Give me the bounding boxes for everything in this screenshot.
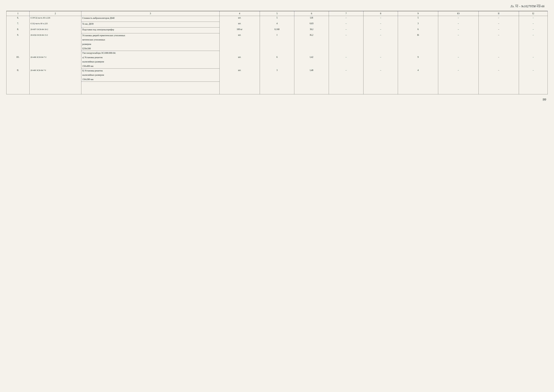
row-7-ref: ССЦ часть III п.225 (29, 22, 81, 28)
row-10-desc-3: 150x490 мм (81, 64, 219, 68)
row-8-desc: Подставки под электрокалорифер (81, 28, 219, 32)
main-table: I 2 3 4 5 6 7 8 9 IO II I2 6. ССРСЦ част… (6, 11, 548, 94)
row-7-col10: – (438, 22, 478, 28)
row-8-col11: – (478, 28, 519, 33)
row-9-col5: I (260, 33, 294, 51)
row-11-unit: шт. (219, 68, 260, 82)
row-6-num: 6. (7, 16, 29, 22)
row-10-col7: – (329, 55, 363, 68)
col-header-8: 8 (363, 11, 398, 16)
col-header-9: 9 (398, 11, 438, 16)
row-6-col10: – (438, 16, 478, 22)
row-10-col11: – (478, 55, 519, 68)
row-10-col10: – (438, 55, 478, 68)
row-8-col12: – (519, 28, 547, 33)
col-header-3: 3 (81, 11, 219, 16)
empty-row-2 (7, 88, 548, 94)
row-7-col8: – (363, 22, 398, 28)
row-6-col8: – (363, 16, 398, 22)
air-intake-header: Узел воздухозабора ЗСI.000.000-04: (81, 51, 219, 55)
row-7-col12: – (519, 22, 547, 28)
row-9-desc-2: метических утепленных (81, 38, 219, 42)
col-header-12: I2 (519, 11, 547, 16)
row-9-col10: – (438, 33, 478, 51)
row-8-col7: – (329, 28, 363, 33)
row-10-col6: I,42 (294, 55, 329, 68)
row-6-col12: – (519, 16, 547, 22)
row-7-col7: – (329, 22, 363, 28)
row-7-desc: То же, Д039 (81, 22, 219, 26)
row-9-col8: – (363, 33, 398, 51)
row-9-col6: I6,2 (294, 33, 329, 51)
row-11-col9: 4 (398, 68, 438, 82)
row-10-col5: 6 (260, 55, 294, 68)
row-8-ref: 20-697 ОСН-84 18-2 (29, 28, 81, 33)
table-row: II. 20-40I ЗСН-84 7-I б) Установка решет… (7, 68, 548, 73)
row-6-col5: 5 (260, 16, 294, 22)
row-11-col10: – (438, 68, 478, 82)
table-row: 8. 20-697 ОСН-84 18-2 Подставки под элек… (7, 28, 548, 32)
row-11-col6: I,48 (294, 68, 329, 82)
row-11-desc-1: б) Установка решеток (81, 68, 219, 73)
row-6-col6: I,0I (294, 16, 329, 22)
row-9-desc-1: Установка дверей герметических утепленны… (81, 33, 219, 38)
row-11-col7: – (329, 68, 363, 82)
row-9-num: 9. (7, 33, 29, 51)
row-9-col12: – (519, 33, 547, 51)
table-row: IO. 20-400 ЗСН-84 7-I а) Установка решет… (7, 55, 548, 60)
col-header-5: 5 (260, 11, 294, 16)
row-6-desc: Стоимость виброизоляторов Д040 (81, 16, 219, 20)
row-6-col9: 5 (398, 16, 438, 22)
row-11-num: II. (7, 68, 29, 82)
col-header-6: 6 (294, 11, 329, 16)
row-9-col7: – (329, 33, 363, 51)
page-number: 99 (6, 94, 548, 102)
row-8-unit: 100 кг (219, 28, 260, 33)
row-10-col8: – (363, 55, 398, 68)
row-7-col5: 4 (260, 22, 294, 28)
row-10-num: IO. (7, 55, 29, 68)
row-10-desc-2: жалюзийных размером (81, 60, 219, 64)
col-header-4: 4 (219, 11, 260, 16)
row-11-ref: 20-40I ЗСН-84 7-I (29, 68, 81, 82)
row-10-desc-1: а) Установка решеток (81, 55, 219, 60)
row-11-desc-3: 150x580 мм (81, 77, 219, 82)
row-11-col11: – (478, 68, 519, 82)
row-10-col9: 9 (398, 55, 438, 68)
row-10-ref: 20-400 ЗСН-84 7-I (29, 55, 81, 68)
row-7-unit: шт. (219, 22, 260, 28)
row-11-col8: – (363, 68, 398, 82)
col-header-11: II (478, 11, 519, 16)
row-11-col12: – (519, 68, 547, 82)
row-9-col9: I6 (398, 33, 438, 51)
col-header-2: 2 (29, 11, 81, 16)
row-11-desc-2: жалюзийных размером (81, 73, 219, 77)
col-header-1: I (7, 11, 29, 16)
table-row: 7. ССЦ часть III п.225 То же, Д039 шт. 4… (7, 22, 548, 26)
row-8-col9: 6 (398, 28, 438, 33)
row-7-col9: 3 (398, 22, 438, 28)
row-10-unit: шт. (219, 55, 260, 68)
row-9-ref: 20-656 ОСН-84 15-I (29, 33, 81, 51)
document-id: Лл. VI – №10279ТМ-VII-66 (6, 5, 548, 8)
row-6-col7: – (329, 16, 363, 22)
row-9-unit: шт. (219, 33, 260, 51)
row-8-col10: – (438, 28, 478, 33)
row-8-col6: 36,I (294, 28, 329, 33)
row-9-desc-3: размером (81, 42, 219, 46)
row-7-col6: 0,83 (294, 22, 329, 28)
row-6-ref: ССРСЦ часть III п.226 (29, 16, 81, 22)
table-row: 9. 20-656 ОСН-84 15-I Установка дверей г… (7, 33, 548, 38)
empty-row (7, 82, 548, 88)
table-row: 6. ССРСЦ часть III п.226 Стоимость вибро… (7, 16, 548, 20)
col-header-10: IO (438, 11, 478, 16)
row-8-col5: 0,168 (260, 28, 294, 33)
table-row: Узел воздухозабора ЗСI.000.000-04: (7, 51, 548, 55)
row-11-col5: 3 (260, 68, 294, 82)
row-7-num: 7. (7, 22, 29, 28)
row-6-col11: – (478, 16, 519, 22)
row-6-unit: шт. (219, 16, 260, 22)
row-8-col8: – (363, 28, 398, 33)
row-7-col11: – (478, 22, 519, 28)
row-10-col12: – (519, 55, 547, 68)
